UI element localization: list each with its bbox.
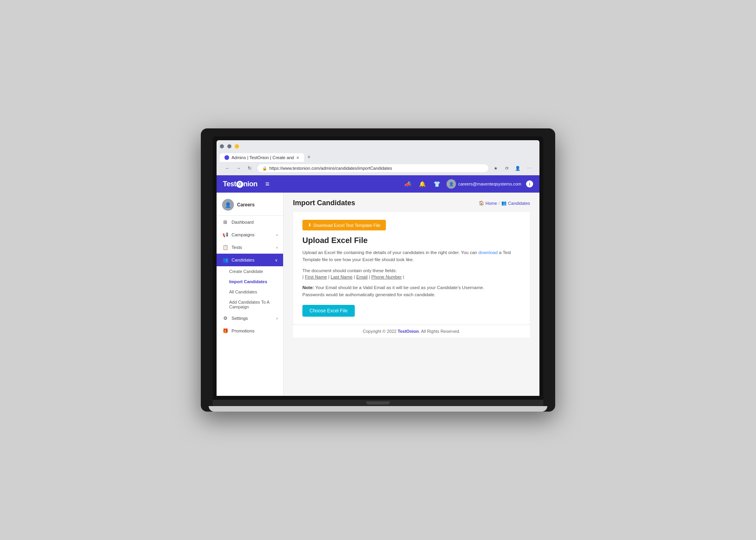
sidebar-label-dashboard: Dashboard [232, 220, 254, 225]
breadcrumb-links: 🏠 Home / 👥 Candidates [479, 200, 530, 206]
sidebar-label-tests: Tests [232, 245, 242, 250]
refresh-button[interactable]: ↻ [245, 163, 254, 173]
breadcrumb-separator: / [498, 201, 500, 206]
logo-area[interactable]: TestOnion [223, 180, 258, 188]
forward-icon: → [236, 165, 241, 171]
campaigns-arrow: › [276, 233, 278, 237]
bell-icon[interactable]: 🔔 [417, 179, 427, 189]
window-maximize-button[interactable] [227, 144, 232, 148]
candidates-arrow: ∨ [275, 258, 278, 262]
promotions-icon: 🎁 [222, 328, 228, 334]
info-icon[interactable]: i [526, 180, 533, 187]
candidates-icon: 👥 [222, 257, 228, 263]
settings-arrow: › [276, 316, 278, 321]
sidebar: 👤 Careers ⊞ Dashboard 📢 Campaigns › [217, 193, 284, 396]
back-button[interactable]: ← [223, 163, 232, 173]
download-link[interactable]: download [478, 250, 498, 255]
logo-text: TestOnion [223, 180, 258, 188]
choose-file-button[interactable]: Choose Excel File [302, 305, 355, 317]
profile-icon[interactable]: 👤 [513, 164, 522, 173]
url-bar[interactable]: 🔒 https://www.testonion.com/admins/candi… [258, 164, 488, 172]
hamburger-button[interactable]: ≡ [264, 178, 271, 190]
sidebar-sub-add-to-campaign[interactable]: Add Candidates To A Campaign [217, 297, 283, 312]
tab-close-icon[interactable]: ✕ [296, 156, 299, 160]
sidebar-item-dashboard[interactable]: ⊞ Dashboard [217, 216, 283, 228]
field-email: Email [356, 275, 368, 279]
home-icon: 🏠 [479, 200, 484, 206]
sidebar-sub-import-candidates[interactable]: Import Candidates [217, 276, 283, 287]
breadcrumb-home-link[interactable]: 🏠 Home [479, 200, 497, 206]
window-close-button[interactable] [220, 144, 224, 148]
sidebar-item-tests[interactable]: 📋 Tests › [217, 241, 283, 254]
download-icon: ⬇ [308, 223, 311, 228]
laptop-base [209, 406, 547, 412]
footer: Copyright © 2022 TestOnion. All Rights R… [293, 325, 530, 338]
fields-list: | First Name | Last Name | Email | Phone… [302, 275, 521, 279]
sidebar-item-promotions[interactable]: 🎁 Promotions [217, 325, 283, 337]
avatar: 👤 [222, 199, 234, 211]
lock-icon: 🔒 [262, 166, 267, 171]
tab-favicon [224, 155, 229, 160]
upload-title: Upload Excel File [302, 236, 521, 245]
fields-instruction: The document should contain only these f… [302, 268, 521, 273]
note-text: Note: Your Email should be a Valid Email… [302, 284, 521, 299]
footer-brand: TestOnion [398, 329, 419, 334]
sidebar-label-candidates: Candidates [232, 258, 254, 262]
tab-title: Admins | TestOnion | Create and [232, 155, 294, 160]
sidebar-item-campaigns[interactable]: 📢 Campaigns › [217, 228, 283, 241]
user-email: careers@maventeqsystems.com [458, 182, 521, 186]
sidebar-label-campaigns: Campaigns [232, 232, 254, 237]
content-card: ⬇ Download Excel Test Template File Uplo… [293, 212, 530, 325]
user-info[interactable]: 👤 careers@maventeqsystems.com [447, 179, 521, 189]
settings-icon: ⚙ [222, 315, 228, 321]
user-avatar: 👤 [447, 179, 456, 189]
campaigns-icon: 📢 [222, 232, 228, 238]
refresh-icon: ↻ [248, 165, 252, 171]
field-phone: Phone Number [371, 275, 402, 279]
note-label: Note: [302, 285, 314, 290]
bookmark-icon[interactable]: ★ [491, 164, 500, 173]
dashboard-icon: ⊞ [222, 219, 228, 225]
sidebar-sub-create-candidate[interactable]: Create Candidate [217, 266, 283, 276]
megaphone-icon[interactable]: 📣 [403, 179, 413, 189]
window-minimize-button[interactable] [235, 144, 239, 148]
tests-arrow: › [276, 245, 278, 250]
sidebar-label-promotions: Promotions [232, 328, 254, 333]
sidebar-profile: 👤 Careers [217, 196, 283, 216]
candidates-bc-icon: 👥 [501, 200, 507, 206]
field-last-name: Last Name [331, 275, 353, 279]
sidebar-item-candidates[interactable]: 👥 Candidates ∨ [217, 254, 283, 266]
profile-name: Careers [237, 202, 255, 208]
sidebar-label-settings: Settings [232, 316, 248, 321]
breadcrumb: Import Candidates 🏠 Home / 👥 Candidates [293, 199, 530, 207]
logo-o: O [236, 181, 243, 188]
more-menu-button[interactable]: ⋯ [524, 164, 533, 173]
tshirt-icon[interactable]: 👕 [432, 179, 442, 189]
forward-button[interactable]: → [234, 163, 243, 173]
tests-icon: 📋 [222, 245, 228, 250]
sidebar-sub-all-candidates[interactable]: All Candidates [217, 287, 283, 297]
new-tab-button[interactable]: + [304, 152, 313, 162]
sidebar-item-settings[interactable]: ⚙ Settings › [217, 312, 283, 325]
field-first-name: First Name [305, 275, 327, 279]
main-content: Import Candidates 🏠 Home / 👥 Candidates [284, 193, 539, 396]
url-text: https://www.testonion.com/admins/candida… [269, 166, 392, 171]
top-navigation: TestOnion ≡ 📣 🔔 👕 👤 careers@maventeqsyst… [217, 175, 539, 193]
page-title: Import Candidates [293, 199, 355, 207]
active-tab[interactable]: Admins | TestOnion | Create and ✕ [220, 153, 304, 162]
upload-description: Upload an Excel file containing the deta… [302, 249, 521, 264]
breadcrumb-candidates-link[interactable]: 👥 Candidates [501, 200, 530, 206]
laptop-notch [366, 401, 390, 405]
extension-icon[interactable]: ⟳ [502, 164, 511, 173]
download-template-button[interactable]: ⬇ Download Excel Test Template File [302, 220, 386, 230]
back-icon: ← [225, 165, 230, 171]
